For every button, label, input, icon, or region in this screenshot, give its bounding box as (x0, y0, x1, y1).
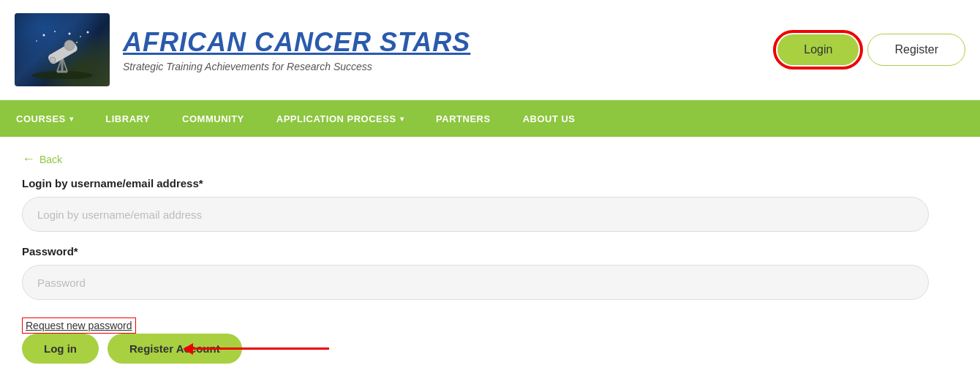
nav-item-library[interactable]: LIBRARY (89, 100, 166, 137)
main-content: ← Back Login by username/email address* … (0, 137, 951, 378)
application-process-label: APPLICATION PROCESS (276, 113, 396, 124)
library-label: LIBRARY (105, 113, 150, 124)
svg-point-14 (50, 57, 56, 63)
arrow-line (193, 347, 329, 350)
login-button[interactable]: Login (777, 34, 859, 65)
nav-item-partners[interactable]: PARTNERS (420, 100, 507, 137)
action-buttons: Log in Register Account (22, 334, 929, 364)
site-subtitle: Strategic Training Achievements for Rese… (123, 61, 470, 72)
logo-image (15, 13, 110, 86)
community-label: COMMUNITY (182, 113, 244, 124)
svg-point-4 (87, 31, 89, 34)
back-arrow-icon: ← (22, 151, 35, 167)
svg-point-0 (43, 34, 45, 37)
username-input[interactable] (22, 197, 929, 232)
password-input[interactable] (22, 265, 929, 300)
svg-point-5 (36, 40, 37, 42)
nav-item-courses[interactable]: COURSES ▾ (0, 100, 89, 137)
login-submit-button[interactable]: Log in (22, 334, 99, 364)
header-title: AFRICAN CANCER STARS Strategic Training … (123, 27, 470, 72)
password-label: Password* (22, 245, 929, 258)
username-label: Login by username/email address* (22, 177, 929, 189)
svg-point-13 (64, 40, 75, 50)
about-us-label: ABOUT US (523, 113, 576, 124)
nav-item-about-us[interactable]: ABOUT US (507, 100, 592, 137)
annotation-arrow (183, 343, 329, 355)
site-title: AFRICAN CANCER STARS (123, 27, 470, 58)
navbar: COURSES ▾ LIBRARY COMMUNITY APPLICATION … (0, 100, 980, 137)
header-left: AFRICAN CANCER STARS Strategic Training … (15, 13, 470, 86)
svg-point-3 (80, 36, 81, 37)
bottom-section: Request new password Log in Register Acc… (22, 318, 929, 364)
header-buttons: Login Register (777, 34, 965, 66)
request-password-link[interactable]: Request new password (22, 318, 136, 334)
application-process-arrow-icon: ▾ (400, 115, 404, 123)
register-button[interactable]: Register (867, 34, 965, 66)
back-label: Back (39, 154, 62, 165)
partners-label: PARTNERS (436, 113, 491, 124)
nav-item-community[interactable]: COMMUNITY (166, 100, 260, 137)
nav-item-application-process[interactable]: APPLICATION PROCESS ▾ (260, 100, 420, 137)
header: AFRICAN CANCER STARS Strategic Training … (0, 0, 980, 100)
svg-point-6 (76, 42, 78, 43)
svg-point-2 (69, 33, 71, 35)
courses-label: COURSES (16, 113, 66, 124)
courses-arrow-icon: ▾ (69, 115, 74, 123)
arrow-head-icon (183, 343, 193, 355)
svg-point-1 (54, 31, 56, 32)
back-link[interactable]: ← Back (22, 151, 929, 167)
